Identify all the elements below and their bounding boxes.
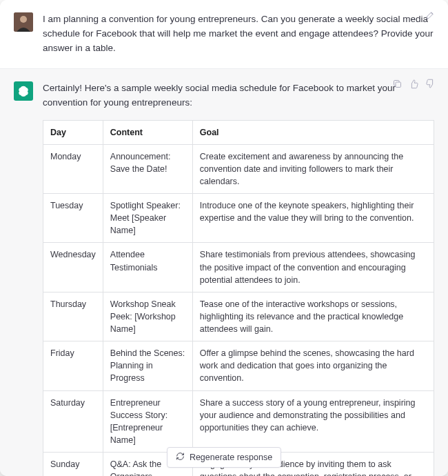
- cell-day: Monday: [43, 144, 103, 193]
- cell-goal: Introduce one of the keynote speakers, h…: [192, 194, 434, 243]
- thumbs-down-icon[interactable]: [425, 79, 436, 89]
- cell-content: Behind the Scenes: Planning in Progress: [103, 341, 192, 390]
- cell-day: Saturday: [43, 390, 103, 453]
- assistant-message-body: Certainly! Here's a sample weekly social…: [43, 81, 434, 464]
- cell-content: Entrepreneur Success Story: [Entrepreneu…: [103, 390, 192, 453]
- schedule-table: Day Content Goal Monday Announcement: Sa…: [43, 120, 434, 476]
- table-row: Wednesday Attendee Testimonials Share te…: [43, 243, 434, 292]
- table-header-content: Content: [103, 120, 192, 144]
- svg-point-1: [20, 16, 27, 23]
- regenerate-label: Regenerate response: [190, 453, 272, 462]
- cell-day: Thursday: [43, 292, 103, 341]
- user-message: I am planning a convention for young ent…: [0, 0, 448, 69]
- table-header-goal: Goal: [192, 120, 434, 144]
- assistant-intro-text: Certainly! Here's a sample weekly social…: [43, 81, 434, 110]
- table-header-row: Day Content Goal: [43, 120, 434, 144]
- table-row: Thursday Workshop Sneak Peek: [Workshop …: [43, 292, 434, 341]
- cell-goal: Tease one of the interactive workshops o…: [192, 292, 434, 341]
- cell-day: Wednesday: [43, 243, 103, 292]
- assistant-avatar: [14, 81, 33, 101]
- cell-goal: Offer a glimpse behind the scenes, showc…: [192, 341, 434, 390]
- refresh-icon: [176, 452, 185, 463]
- assistant-message-actions: [392, 79, 436, 89]
- cell-content: Spotlight Speaker: Meet [Speaker Name]: [103, 194, 192, 243]
- table-header-day: Day: [43, 120, 103, 144]
- user-message-actions: [425, 10, 436, 20]
- cell-day: Friday: [43, 341, 103, 390]
- cell-goal: Share a success story of a young entrepr…: [192, 390, 434, 453]
- chat-container: I am planning a convention for young ent…: [0, 0, 448, 476]
- cell-goal: Share testimonials from previous attende…: [192, 243, 434, 292]
- user-avatar: [14, 12, 33, 32]
- copy-icon[interactable]: [392, 79, 403, 89]
- cell-day: Tuesday: [43, 194, 103, 243]
- regenerate-button[interactable]: Regenerate response: [167, 447, 281, 468]
- cell-content: Attendee Testimonials: [103, 243, 192, 292]
- cell-content: Announcement: Save the Date!: [103, 144, 192, 193]
- edit-icon[interactable]: [425, 10, 436, 20]
- table-row: Monday Announcement: Save the Date! Crea…: [43, 144, 434, 193]
- thumbs-up-icon[interactable]: [409, 79, 419, 89]
- cell-content: Workshop Sneak Peek: [Workshop Name]: [103, 292, 192, 341]
- user-message-text: I am planning a convention for young ent…: [43, 12, 434, 56]
- cell-goal: Create excitement and awareness by annou…: [192, 144, 434, 193]
- cell-day: Sunday: [43, 453, 103, 476]
- svg-rect-2: [396, 82, 401, 88]
- table-row: Friday Behind the Scenes: Planning in Pr…: [43, 341, 434, 390]
- table-row: Saturday Entrepreneur Success Story: [En…: [43, 390, 434, 453]
- assistant-message: Certainly! Here's a sample weekly social…: [0, 69, 448, 476]
- table-row: Tuesday Spotlight Speaker: Meet [Speaker…: [43, 194, 434, 243]
